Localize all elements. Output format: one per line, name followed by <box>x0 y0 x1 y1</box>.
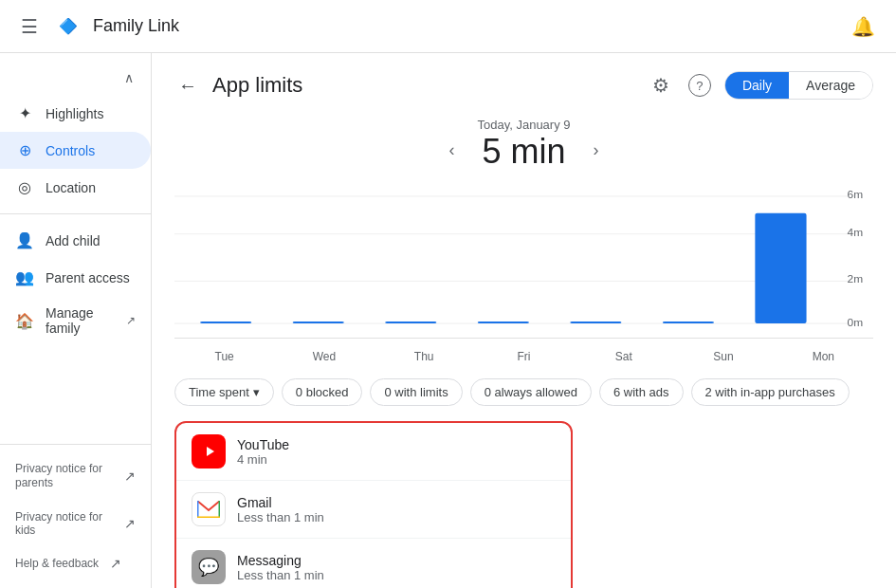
day-label-mon: Mon <box>774 350 873 363</box>
back-button[interactable]: ← <box>174 71 201 101</box>
svg-rect-8 <box>200 322 251 323</box>
sidebar-collapse-button[interactable]: ∧ <box>119 64 139 91</box>
daily-toggle-button[interactable]: Daily <box>725 72 789 99</box>
back-icon: ← <box>178 75 197 96</box>
location-icon: ◎ <box>15 178 34 196</box>
date-navigation: ‹ Today, January 9 5 min › <box>174 118 873 183</box>
time-display: 5 min <box>477 132 570 172</box>
bar-chart: 6m 4m 2m 0m <box>174 187 873 338</box>
svg-text:6m: 6m <box>848 189 864 199</box>
chip-in-app-purchases[interactable]: 2 with in-app purchases <box>691 378 850 406</box>
app-item-youtube[interactable]: YouTube 4 min <box>176 423 571 481</box>
svg-text:2m: 2m <box>848 274 864 285</box>
day-label-wed: Wed <box>274 350 374 363</box>
chip-always-allowed[interactable]: 0 always allowed <box>470 378 592 406</box>
settings-icon: ⚙ <box>652 75 669 96</box>
svg-rect-12 <box>570 322 621 323</box>
gmail-icon <box>192 492 226 526</box>
svg-rect-11 <box>478 322 529 323</box>
help-icon: ? <box>688 74 711 97</box>
day-label-thu: Thu <box>375 350 474 363</box>
gmail-name: Gmail <box>237 495 324 510</box>
ext-icon-1: ↗ <box>124 469 136 484</box>
sidebar-item-location[interactable]: ◎ Location <box>0 169 151 206</box>
sidebar-item-privacy-parents[interactable]: Privacy notice for parents ↗ <box>0 452 151 501</box>
content-header: ← App limits ⚙ ? Daily Average <box>174 68 873 102</box>
menu-button[interactable]: ☰ <box>15 9 44 44</box>
content-area: ← App limits ⚙ ? Daily Average ‹ <box>152 53 896 588</box>
svg-rect-13 <box>663 322 714 323</box>
messaging-name: Messaging <box>237 553 324 568</box>
youtube-info: YouTube 4 min <box>237 437 289 467</box>
bell-icon: 🔔 <box>851 16 875 37</box>
messaging-icon: 💬 <box>192 550 226 584</box>
youtube-time: 4 min <box>237 452 289 467</box>
topbar: ☰ 🔷 Family Link 🔔 <box>0 0 896 53</box>
average-toggle-button[interactable]: Average <box>789 72 872 99</box>
sidebar-item-help[interactable]: Help & feedback ↗ <box>0 546 151 580</box>
settings-button[interactable]: ⚙ <box>647 68 675 102</box>
external-link-icon: ↗ <box>126 314 136 327</box>
app-title: Family Link <box>93 16 831 36</box>
prev-date-button[interactable]: ‹ <box>441 137 462 164</box>
app-item-messaging[interactable]: 💬 Messaging Less than 1 min <box>176 539 571 588</box>
chip-time-spent[interactable]: Time spent ▾ <box>174 378 274 406</box>
chip-with-limits[interactable]: 0 with limits <box>370 378 462 406</box>
chip-with-ads[interactable]: 6 with ads <box>599 378 684 406</box>
day-label-fri: Fri <box>474 350 574 363</box>
add-child-icon: 👤 <box>15 231 34 249</box>
controls-icon: ⊕ <box>15 141 34 159</box>
page-title: App limits <box>212 73 635 98</box>
next-arrow-icon: › <box>594 140 599 159</box>
sidebar-divider-2 <box>0 444 151 445</box>
day-labels: Tue Wed Thu Fri Sat Sun Mon <box>174 346 873 367</box>
svg-rect-14 <box>755 213 806 323</box>
highlights-icon: ✦ <box>15 104 34 122</box>
sidebar-item-controls[interactable]: ⊕ Controls <box>0 132 151 169</box>
menu-icon: ☰ <box>21 16 38 37</box>
svg-marker-15 <box>207 447 214 456</box>
app-list: YouTube 4 min Gmail Less than 1 <box>174 421 573 588</box>
day-label-sat: Sat <box>574 350 673 363</box>
svg-rect-10 <box>385 322 436 323</box>
manage-family-icon: 🏠 <box>15 312 34 330</box>
chip-blocked[interactable]: 0 blocked <box>282 378 363 406</box>
sidebar-item-manage-family[interactable]: 🏠 Manage family ↗ <box>0 296 151 345</box>
sidebar-divider-1 <box>0 213 151 214</box>
parent-access-icon: 👥 <box>15 268 34 286</box>
day-label-tue: Tue <box>174 350 274 363</box>
filter-chips: Time spent ▾ 0 blocked 0 with limits 0 a… <box>174 378 873 406</box>
sidebar-item-highlights[interactable]: ✦ Highlights <box>0 95 151 132</box>
date-label: Today, January 9 <box>477 118 570 132</box>
messaging-info: Messaging Less than 1 min <box>237 553 324 582</box>
next-date-button[interactable]: › <box>586 137 607 164</box>
ext-icon-3: ↗ <box>110 556 121 571</box>
day-label-sun: Sun <box>673 350 773 363</box>
youtube-name: YouTube <box>237 437 289 452</box>
sidebar: ∧ ✦ Highlights ⊕ Controls ◎ Location 👤 A… <box>0 53 152 588</box>
sidebar-item-add-child[interactable]: 👤 Add child <box>0 222 151 259</box>
dropdown-arrow-icon: ▾ <box>253 385 260 399</box>
svg-text:4m: 4m <box>848 227 864 237</box>
gmail-info: Gmail Less than 1 min <box>237 495 324 524</box>
gmail-time: Less than 1 min <box>237 510 324 524</box>
app-item-gmail[interactable]: Gmail Less than 1 min <box>176 481 571 539</box>
date-display: Today, January 9 5 min <box>477 118 570 183</box>
main-layout: ∧ ✦ Highlights ⊕ Controls ◎ Location 👤 A… <box>0 53 896 588</box>
prev-arrow-icon: ‹ <box>448 140 454 159</box>
header-actions: ⚙ ? Daily Average <box>647 68 873 102</box>
messaging-time: Less than 1 min <box>237 568 324 582</box>
notifications-button[interactable]: 🔔 <box>846 9 881 44</box>
sidebar-item-parent-access[interactable]: 👥 Parent access <box>0 259 151 296</box>
daily-average-toggle: Daily Average <box>724 71 873 100</box>
logo-icon: 🔷 <box>59 17 78 35</box>
ext-icon-2: ↗ <box>124 516 136 531</box>
svg-text:0m: 0m <box>848 318 864 328</box>
sidebar-item-privacy-kids[interactable]: Privacy notice for kids ↗ <box>0 501 151 546</box>
help-button[interactable]: ? <box>683 68 717 102</box>
svg-rect-9 <box>293 322 344 323</box>
chart-container: 6m 4m 2m 0m <box>174 187 873 339</box>
youtube-icon <box>192 434 226 469</box>
